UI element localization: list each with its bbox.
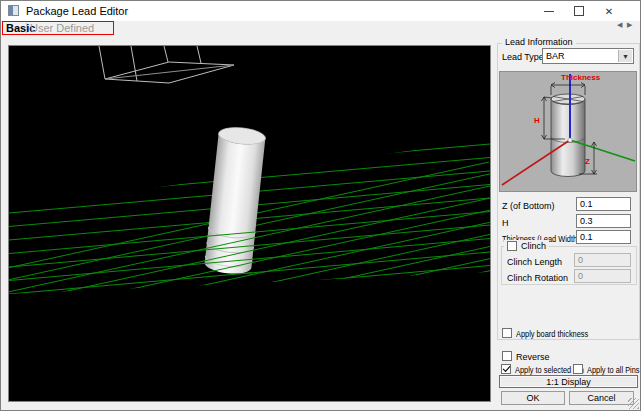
diagram-h-label: H: [534, 116, 540, 125]
wireframe-body-box: [99, 46, 234, 83]
apply-board-thickness-checkbox[interactable]: [502, 328, 512, 338]
clinch-label: Clinch: [521, 241, 546, 251]
package-lead-editor-window: Package Lead Editor ✕ Basic User Defined…: [0, 0, 641, 411]
lead-type-value: BAR: [546, 51, 565, 61]
lead-schematic-diagram: Thickness H Z: [499, 71, 637, 192]
diagram-thickness-label: Thickness: [561, 73, 601, 82]
apply-to-selected-pin-checkbox[interactable]: [501, 364, 511, 374]
apply-to-all-pins-label: Apply to all Pins: [587, 365, 640, 375]
maximize-button[interactable]: [564, 1, 594, 21]
diagram-origin-dot: [568, 138, 572, 142]
maximize-icon: [574, 6, 584, 16]
title-bar[interactable]: Package Lead Editor ✕: [1, 1, 640, 21]
z-of-bottom-label: Z (of Bottom): [502, 201, 555, 211]
lead-cylinder: [204, 126, 266, 276]
tab-scroll-right-icon[interactable]: ▶: [627, 21, 632, 29]
thickness-lead-width-field[interactable]: [576, 230, 631, 244]
ok-button[interactable]: OK: [501, 391, 565, 405]
3d-viewport[interactable]: [8, 45, 491, 402]
lead-type-label: Lead Type: [502, 52, 544, 62]
apply-board-thickness-label: Apply board thickness: [516, 329, 588, 339]
clinch-rotation-field[interactable]: [574, 269, 631, 283]
app-icon: [8, 5, 19, 16]
clinch-length-label: Clinch Length: [507, 257, 562, 267]
close-button[interactable]: ✕: [594, 1, 624, 21]
h-label: H: [502, 218, 509, 228]
reverse-label: Reverse: [516, 352, 550, 362]
tab-scroll-left-icon[interactable]: ◀: [617, 21, 622, 29]
resize-grip[interactable]: [628, 398, 639, 409]
minimize-icon: [544, 11, 554, 12]
annotation-box: [2, 21, 114, 35]
one-to-one-display-button[interactable]: 1:1 Display: [499, 375, 638, 388]
z-of-bottom-field[interactable]: [576, 197, 631, 211]
lead-type-dropdown[interactable]: BAR ▼: [542, 48, 634, 64]
h-field[interactable]: [576, 214, 631, 228]
clinch-length-field[interactable]: [574, 253, 631, 267]
diagram-z-label: Z: [585, 157, 590, 166]
clinch-checkbox[interactable]: [507, 241, 517, 251]
minimize-button[interactable]: [534, 1, 564, 21]
apply-to-all-pins-checkbox[interactable]: [573, 364, 583, 374]
cancel-button[interactable]: Cancel: [569, 391, 634, 405]
reverse-checkbox[interactable]: [502, 351, 512, 361]
chevron-down-icon[interactable]: ▼: [618, 50, 632, 62]
diagram-cylinder: [551, 94, 585, 177]
window-title: Package Lead Editor: [26, 5, 128, 17]
close-icon: ✕: [605, 6, 613, 17]
clinch-rotation-label: Clinch Rotation: [507, 273, 568, 283]
lead-information-label: Lead Information: [502, 37, 576, 47]
